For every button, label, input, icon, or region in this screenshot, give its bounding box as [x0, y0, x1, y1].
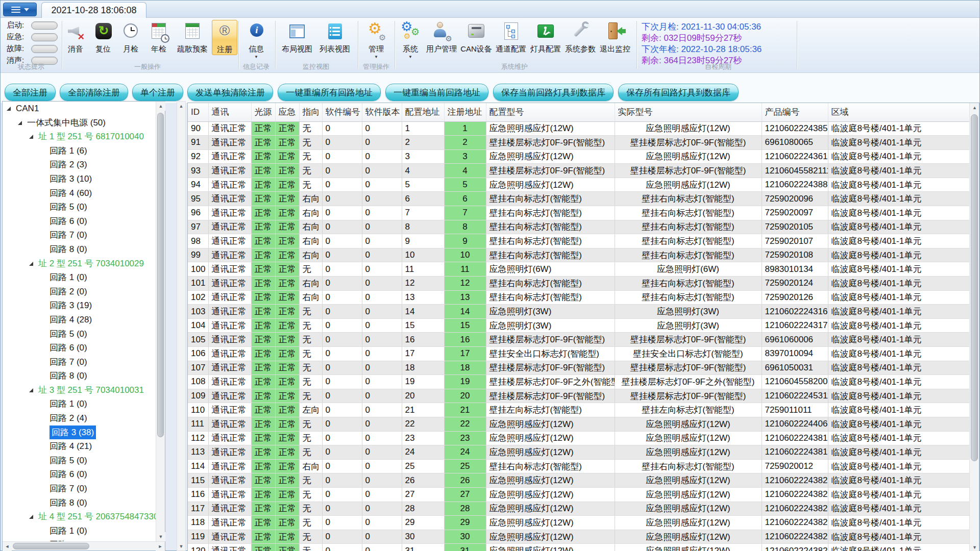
table-vscrollbar-thumb[interactable] — [971, 114, 978, 461]
panel-vscrollbar[interactable]: ▲ ▼ — [177, 101, 186, 551]
tree-item[interactable]: 回路 6 (0) — [3, 341, 156, 355]
tree-hscrollbar[interactable]: ◄ ► — [3, 541, 165, 550]
tree-expander-icon[interactable] — [18, 121, 22, 125]
user-management-button[interactable]: ⚙ 用户管理 — [424, 20, 459, 54]
list-view-button[interactable]: 列表视图 — [316, 20, 354, 54]
scroll-up-icon[interactable]: ▲ — [177, 102, 185, 110]
action-button-0[interactable]: 全部注册 — [5, 84, 56, 101]
column-header-光源[interactable]: 光源 — [251, 103, 275, 121]
table-row[interactable]: 103通讯正常正常正常无001414应急照明灯(3W)应急照明灯(3W)1210… — [188, 305, 969, 319]
table-row[interactable]: 118通讯正常正常正常无002929应急照明感应灯(12W)应急照明感应灯(12… — [188, 516, 969, 530]
tree-item[interactable]: 址 4 型 251 号 20637548473309 — [3, 510, 156, 524]
scroll-down-icon[interactable]: ▼ — [970, 543, 979, 551]
action-button-1[interactable]: 全部清除注册 — [60, 84, 128, 101]
register-button-active[interactable]: ® 注册 — [212, 20, 237, 55]
action-button-7[interactable]: 保存所有回路灯具到数据库 — [618, 84, 739, 101]
tree-item[interactable]: 回路 3 (10) — [3, 172, 156, 186]
tree-expander-icon[interactable] — [29, 388, 33, 392]
column-header-实际型号[interactable]: 实际型号 — [615, 103, 762, 121]
tree-item[interactable]: 回路 5 (0) — [3, 454, 156, 468]
tree-item[interactable]: 回路 1 (0) — [3, 524, 156, 538]
monthly-check-button[interactable]: 月检 — [117, 20, 144, 54]
tree-item[interactable]: 回路 3 (38) — [3, 425, 156, 440]
scroll-down-icon[interactable]: ▼ — [156, 532, 165, 541]
table-vscrollbar[interactable]: ▲ ▼ — [969, 103, 979, 551]
reset-button[interactable]: ↻ 复位 — [89, 20, 117, 54]
table-row[interactable]: 101通讯正常正常正常右向001212壁挂右向标志灯(智能型)壁挂右向标志灯(智… — [188, 277, 969, 291]
tree-item[interactable]: 回路 5 (0) — [3, 200, 156, 214]
tree-item[interactable]: 址 2 型 251 号 7034010029 — [3, 257, 156, 271]
table-row[interactable]: 113通讯正常正常正常无002424应急照明感应灯(12W)应急照明感应灯(12… — [188, 445, 969, 460]
tree-expander-icon[interactable] — [29, 515, 33, 519]
table-row[interactable]: 106通讯正常正常正常无001717壁挂安全出口标志灯(智能型)壁挂安全出口标志… — [188, 347, 969, 361]
table-row[interactable]: 108通讯正常正常正常无001919壁挂楼层标志灯0F-9F之外(智能型)壁挂楼… — [188, 375, 969, 389]
tree-vscrollbar-thumb[interactable] — [157, 113, 164, 437]
column-header-区域[interactable]: 区域 — [828, 103, 969, 121]
tree-item[interactable]: 回路 8 (0) — [3, 369, 156, 383]
table-row[interactable]: 109通讯正常正常正常无002020壁挂楼层标志灯0F-9F(智能型)壁挂楼层标… — [188, 389, 969, 403]
info-button[interactable]: i 信息 ▼ — [241, 20, 272, 59]
scroll-up-icon[interactable]: ▲ — [970, 103, 979, 112]
column-header-应急[interactable]: 应急 — [275, 103, 299, 121]
table-row[interactable]: 116通讯正常正常正常无002727应急照明感应灯(12W)应急照明感应灯(12… — [188, 487, 969, 502]
table-row[interactable]: 114通讯正常正常正常右向002525壁挂右向标志灯(智能型)壁挂右向标志灯(智… — [188, 459, 969, 473]
app-menu-button[interactable] — [3, 3, 37, 16]
table-row[interactable]: 97通讯正常正常正常右向0088壁挂右向标志灯(智能型)壁挂右向标志灯(智能型)… — [188, 220, 969, 234]
table-row[interactable]: 111通讯正常正常正常无002222应急照明感应灯(12W)应急照明感应灯(12… — [188, 417, 969, 431]
tree-item[interactable]: 回路 6 (0) — [3, 214, 156, 229]
table-row[interactable]: 110通讯正常正常正常左向002121壁挂左向标志灯(智能型)壁挂左向标志灯(智… — [188, 403, 969, 417]
column-header-通讯[interactable]: 通讯 — [208, 103, 251, 121]
column-header-软件编号[interactable]: 软件编号 — [322, 103, 362, 121]
action-button-6[interactable]: 保存当前回路灯具到数据库 — [493, 84, 614, 101]
tree-item[interactable]: 一体式集中电源 (50) — [3, 116, 156, 130]
tree-item[interactable]: 回路 8 (0) — [3, 242, 156, 257]
tree-item[interactable]: 回路 4 (21) — [3, 439, 156, 454]
annual-check-button[interactable]: 年检 — [144, 20, 173, 54]
tree-item[interactable]: 回路 3 (19) — [3, 298, 156, 313]
tree-item[interactable]: 回路 7 (0) — [3, 482, 156, 496]
tree-item[interactable]: CAN1 — [3, 102, 156, 116]
tree-item[interactable]: 回路 6 (0) — [3, 467, 156, 482]
table-row[interactable]: 96通讯正常正常正常右向0077壁挂右向标志灯(智能型)壁挂右向标志灯(智能型)… — [188, 206, 969, 220]
column-header-配置地址[interactable]: 配置地址 — [402, 103, 444, 121]
table-row[interactable]: 120通讯正常正常正常无003131应急照明感应灯(12W)应急照明感应灯(12… — [188, 544, 969, 551]
tree-expander-icon[interactable] — [7, 107, 11, 111]
tree-item[interactable]: 回路 1 (6) — [3, 144, 156, 158]
tree-hscrollbar-thumb[interactable] — [13, 543, 89, 549]
tree-item[interactable]: 回路 7 (0) — [3, 228, 156, 242]
table-row[interactable]: 90通讯正常正常正常无0011应急照明感应灯(12W)应急照明感应灯(12W)1… — [188, 121, 969, 136]
table-row[interactable]: 117通讯正常正常正常无002828应急照明感应灯(12W)应急照明感应灯(12… — [188, 502, 969, 516]
action-button-3[interactable]: 发送单独清除注册 — [187, 84, 273, 101]
tree-item[interactable]: 址 3 型 251 号 7034010031 — [3, 383, 156, 397]
table-row[interactable]: 104通讯正常正常正常无001515应急照明灯(3W)应急照明灯(3W)1210… — [188, 318, 969, 333]
tree-item[interactable]: 回路 4 (60) — [3, 186, 156, 201]
tree-item[interactable]: 回路 7 (0) — [3, 355, 156, 369]
action-button-4[interactable]: 一键重编所有回路地址 — [278, 84, 381, 101]
tree-item[interactable]: 回路 8 (0) — [3, 496, 156, 510]
tree-item[interactable]: 回路 4 (28) — [3, 313, 156, 327]
scroll-left-icon[interactable]: ◄ — [3, 542, 12, 551]
column-header-产品编号[interactable]: 产品编号 — [762, 103, 828, 121]
table-row[interactable]: 119通讯正常正常正常无003030应急照明感应灯(12W)应急照明感应灯(12… — [188, 530, 969, 544]
can-device-button[interactable]: CAN设备 — [459, 20, 494, 54]
scroll-down-icon[interactable]: ▼ — [177, 542, 185, 550]
tree-item[interactable]: 回路 1 (0) — [3, 270, 156, 285]
column-header-配置型号[interactable]: 配置型号 — [486, 103, 615, 121]
manage-button[interactable]: ⚙⚙ 管理 ▼ — [361, 20, 391, 59]
column-header-注册地址[interactable]: 注册地址 — [444, 103, 486, 121]
tree-item[interactable]: 回路 2 (4) — [3, 411, 156, 425]
column-header-ID[interactable]: ID — [188, 103, 208, 121]
table-row[interactable]: 92通讯正常正常正常无0033应急照明感应灯(12W)应急照明感应灯(12W)1… — [188, 149, 969, 164]
table-row[interactable]: 115通讯正常正常正常无002626应急照明感应灯(12W)应急照明感应灯(12… — [188, 473, 969, 488]
table-row[interactable]: 102通讯正常正常正常右向001313壁挂右向标志灯(智能型)壁挂右向标志灯(智… — [188, 290, 969, 305]
table-row[interactable]: 100通讯正常正常正常无001111应急照明灯(6W)应急照明灯(6W)8983… — [188, 262, 969, 277]
tree-item[interactable]: 回路 2 (0) — [3, 538, 156, 541]
scroll-right-icon[interactable]: ► — [156, 542, 165, 551]
evacuation-plan-button[interactable]: 疏散预案 — [173, 20, 212, 54]
action-button-5[interactable]: 一键重编当前回路地址 — [385, 84, 488, 101]
exit-monitor-button[interactable]: 退出监控 — [598, 20, 632, 54]
column-header-软件版本[interactable]: 软件版本 — [362, 103, 402, 121]
tree-expander-icon[interactable] — [29, 135, 33, 139]
mute-button[interactable]: ✕ 消音 — [62, 20, 89, 54]
column-header-指向[interactable]: 指向 — [299, 103, 322, 121]
